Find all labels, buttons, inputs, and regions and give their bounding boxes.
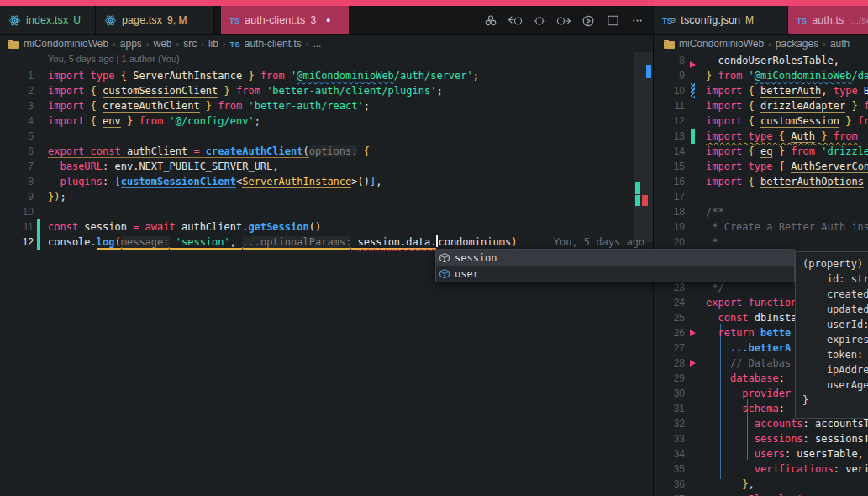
token: @miCondominioWeb: [297, 70, 394, 82]
code-line[interactable]: 15import type { AuthServerCon: [654, 159, 868, 174]
code-line[interactable]: 9} from '@miCondominioWeb/da: [654, 68, 868, 83]
code-line[interactable]: 7 baseURL: env.NEXT_PUBLIC_SERVER_URL,: [0, 159, 653, 174]
line-number[interactable]: 9: [654, 68, 685, 83]
line-number[interactable]: 13: [654, 129, 685, 144]
line-number[interactable]: 10: [654, 83, 685, 98]
code-line[interactable]: 36 },: [654, 477, 868, 492]
run-debug-icon[interactable]: [579, 12, 597, 30]
line-number[interactable]: 31: [654, 401, 685, 416]
code-line[interactable]: 10import { betterAuth, type B: [654, 83, 868, 98]
scrollbar-slider[interactable]: [634, 52, 653, 242]
tab-index-tsx[interactable]: index.tsxU: [0, 6, 96, 34]
split-editor-icon[interactable]: [603, 12, 622, 30]
code-line[interactable]: 1import type { ServerAuthInstance } from…: [0, 68, 653, 83]
react-icon: [104, 14, 117, 27]
code-line[interactable]: 18/**: [654, 204, 868, 219]
code-line[interactable]: 13import type { Auth } from: [654, 129, 868, 144]
unsaved-dot-icon[interactable]: ●: [326, 16, 330, 24]
nav-circle-icon[interactable]: [530, 12, 549, 30]
code-line[interactable]: 20 *: [654, 235, 868, 250]
line-number[interactable]: 3: [0, 98, 34, 113]
line-number[interactable]: 19: [654, 219, 685, 235]
line-number[interactable]: 5: [0, 129, 34, 144]
breadcrumb-item[interactable]: apps: [120, 38, 142, 50]
breadcrumb-symbol[interactable]: ...: [313, 38, 321, 50]
code-line[interactable]: 6export const authClient = createAuthCli…: [0, 144, 653, 159]
line-number[interactable]: 8: [654, 53, 685, 68]
code-line[interactable]: 19 * Create a Better Auth ins: [654, 219, 868, 235]
line-number[interactable]: 9: [0, 189, 34, 204]
code-line[interactable]: 11import { drizzleAdapter } from: [654, 98, 868, 113]
code-line[interactable]: 17: [654, 189, 868, 204]
line-number[interactable]: 34: [654, 446, 685, 462]
tab-auth-client-ts[interactable]: TSauth-client.ts3●: [221, 6, 349, 34]
line-number[interactable]: 6: [0, 144, 34, 159]
copilot-icon[interactable]: [481, 12, 500, 30]
line-number[interactable]: 18: [654, 204, 685, 219]
code-line[interactable]: 35 verifications: verif: [654, 462, 868, 477]
line-number[interactable]: 11: [0, 219, 34, 235]
line-number[interactable]: 28: [654, 356, 685, 371]
line-number[interactable]: 16: [654, 174, 685, 189]
breadcrumb-file[interactable]: auth: [830, 38, 850, 50]
line-number[interactable]: 11: [654, 98, 685, 113]
code-line[interactable]: 34 users: usersTable,: [654, 446, 868, 462]
breadcrumb-root[interactable]: miCondominioWeb: [24, 38, 108, 50]
nav-back-icon[interactable]: [506, 12, 524, 30]
line-number[interactable]: 20: [654, 235, 685, 250]
line-number[interactable]: 25: [654, 310, 685, 325]
line-number[interactable]: 10: [0, 204, 34, 219]
line-number[interactable]: 7: [0, 159, 34, 174]
line-number[interactable]: 8: [0, 174, 34, 189]
code-line[interactable]: 10: [0, 204, 653, 219]
breadcrumb-root[interactable]: miCondominioWeb: [679, 38, 764, 50]
breadcrumb-item[interactable]: lib: [208, 38, 218, 50]
line-number[interactable]: 30: [654, 386, 685, 401]
code-line[interactable]: 16import { betterAuthOptions: [654, 174, 868, 189]
code-line[interactable]: 9});: [0, 189, 653, 204]
code-line[interactable]: 11const session = await authClient.getSe…: [0, 219, 653, 235]
breadcrumb-item[interactable]: web: [154, 38, 172, 50]
tab-page-tsx[interactable]: page.tsx9, M: [96, 6, 214, 34]
breadcrumb-item[interactable]: packages: [776, 38, 818, 50]
token: customSession: [760, 115, 839, 128]
nav-forward-icon[interactable]: [555, 12, 573, 30]
line-number[interactable]: 15: [654, 159, 685, 174]
line-number[interactable]: 2: [0, 83, 34, 98]
breadcrumb-item[interactable]: src: [183, 38, 197, 50]
code-line[interactable]: 5: [0, 129, 653, 144]
code-line[interactable]: 33 sessions: sessionsT: [654, 431, 868, 446]
line-number[interactable]: 1: [0, 68, 34, 83]
line-number[interactable]: 4: [0, 113, 34, 129]
line-number[interactable]: 32: [654, 416, 685, 431]
suggest-item-user[interactable]: user: [436, 266, 794, 282]
line-number[interactable]: 17: [654, 189, 685, 204]
token: {: [749, 145, 760, 157]
code-line[interactable]: 8 plugins: [customSessionClient<ServerAu…: [0, 174, 653, 189]
code-line[interactable]: 37 usePlural: true,: [654, 492, 868, 496]
line-number[interactable]: 12: [654, 113, 685, 129]
line-number[interactable]: 14: [654, 144, 685, 159]
line-number[interactable]: 12: [0, 235, 34, 250]
code-line[interactable]: 4import { env } from '@/config/env';: [0, 113, 653, 129]
code-line[interactable]: 3import { createAuthClient } from 'bette…: [0, 98, 653, 113]
line-number[interactable]: 24: [654, 295, 685, 310]
code-line[interactable]: 8 condoUserRolesTable,: [654, 53, 868, 68]
line-number[interactable]: 33: [654, 431, 685, 446]
line-number[interactable]: 27: [654, 340, 685, 356]
tab-tsconfig-json[interactable]: TS⚙tsconfig.jsonM: [654, 6, 788, 34]
code-line[interactable]: 14import { eq } from 'drizzle: [654, 144, 868, 159]
code-line[interactable]: 2import { customSessionClient } from 'be…: [0, 83, 653, 98]
tab-auth-ts[interactable]: TSauth.ts.../se: [788, 6, 868, 34]
breadcrumb-file[interactable]: auth-client.ts: [245, 38, 302, 50]
more-actions-icon[interactable]: [628, 12, 646, 30]
line-number[interactable]: 26: [654, 325, 685, 340]
line-number[interactable]: 37: [654, 492, 685, 496]
line-number[interactable]: 36: [654, 477, 685, 492]
token: =: [187, 145, 206, 158]
line-number[interactable]: 35: [654, 462, 685, 477]
suggest-item-session[interactable]: session: [436, 250, 794, 266]
code-line[interactable]: 12console.log(message: 'session', ...opt…: [0, 235, 653, 250]
code-line[interactable]: 12import { customSession } from: [654, 113, 868, 129]
line-number[interactable]: 29: [654, 371, 685, 386]
